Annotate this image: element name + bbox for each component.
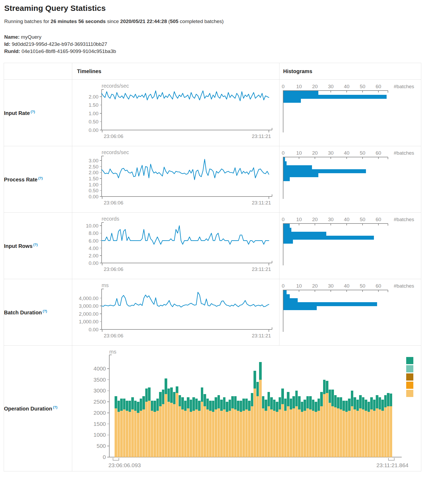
completed-batches-count: 505 [170,19,178,24]
table-row-input-rows: Input Rows(?) records0.002.004.006.008.0… [4,213,421,279]
svg-text:0.00: 0.00 [89,327,98,332]
input-rate-timeline-chart: records/sec0.000.501.001.502.0023:06:062… [72,80,279,146]
svg-text:4.00: 4.00 [89,246,98,251]
metric-label-text: Input Rate [4,110,30,116]
statistics-table: Timelines Histograms Input Rate(?) recor… [4,63,421,471]
svg-text:10: 10 [296,217,302,222]
header-empty-cell [4,63,72,80]
query-id-label: Id: [4,41,10,47]
svg-text:4000: 4000 [93,365,106,372]
summary-prefix: Running batches for [4,19,51,24]
table-row-batch-duration: Batch Duration(?) ms0.001,000.002,000.00… [4,279,421,346]
timeline-cell-batch-duration: ms0.001,000.002,000.003,000.004,000.0023… [72,279,279,346]
legend-swatch [406,357,413,364]
svg-text:10: 10 [296,150,302,156]
table-header-row: Timelines Histograms [4,63,421,80]
input-rate-histogram-chart: 0102030405060#batches [279,80,421,146]
svg-text:2.50: 2.50 [89,164,98,169]
svg-text:20: 20 [312,150,318,156]
metric-label-text: Operation Duration [4,405,52,411]
summary-mid: since [106,19,120,24]
histogram-cell-input-rows: 0102030405060#batches [279,213,421,279]
metric-label-input-rows: Input Rows(?) [4,213,72,279]
svg-text:50: 50 [360,150,365,156]
input-rows-timeline-chart: records0.002.004.006.008.0010.0023:06:06… [72,213,279,279]
svg-text:50: 50 [360,84,365,89]
svg-text:0: 0 [103,454,106,460]
query-runid-line: RunId: 04e101e6-8bf8-4165-9099-9104c951b… [4,48,448,55]
query-name-label: Name: [4,34,20,40]
streaming-query-statistics-page: Streaming Query Statistics Running batch… [0,4,448,471]
svg-text:0.00: 0.00 [89,127,98,133]
svg-text:20: 20 [312,283,318,289]
batch-duration-histogram-chart: 0102030405060#batches [279,279,421,345]
svg-text:1000: 1000 [93,432,106,438]
table-row-input-rate: Input Rate(?) records/sec0.000.501.001.5… [4,80,421,146]
help-link[interactable]: (?) [31,110,35,114]
legend-swatch [406,390,413,397]
svg-text:2000: 2000 [93,410,106,416]
svg-text:6.00: 6.00 [89,238,98,244]
timeline-cell-input-rows: records0.002.004.006.008.0010.0023:06:06… [72,213,279,279]
query-id-value: 9d0dd219-995d-423e-b97d-36931110bb27 [10,41,107,47]
svg-text:8.00: 8.00 [89,230,98,236]
histogram-cell-batch-duration: 0102030405060#batches [279,279,421,346]
svg-text:23:06:06.093: 23:06:06.093 [108,462,141,468]
svg-text:60: 60 [375,84,381,89]
table-row-operation-duration: Operation Duration(?) ms0500100015002000… [4,346,421,471]
svg-text:23:06:06: 23:06:06 [104,333,123,338]
summary-paren: ( [167,19,170,24]
svg-text:50: 50 [360,217,365,222]
svg-text:40: 40 [344,150,349,156]
metric-label-text: Input Rows [4,243,33,249]
query-runid-label: RunId: [4,48,20,54]
svg-text:1.00: 1.00 [89,111,98,116]
svg-text:2,000.00: 2,000.00 [79,311,98,317]
svg-text:1,000.00: 1,000.00 [79,319,98,324]
svg-text:10: 10 [296,84,302,89]
svg-text:60: 60 [375,217,381,222]
svg-text:30: 30 [328,150,333,156]
svg-text:2.00: 2.00 [89,94,98,100]
svg-text:23:11:21.864: 23:11:21.864 [376,462,408,468]
table-row-process-rate: Process Rate(?) records/sec0.000.501.001… [4,146,421,213]
summary-suffix: completed batches) [178,19,224,24]
histogram-cell-process-rate: 0102030405060#batches [279,146,421,213]
svg-text:1500: 1500 [93,421,106,427]
help-link[interactable]: (?) [33,243,38,247]
running-summary: Running batches for 26 minutes 56 second… [4,19,448,24]
svg-text:23:06:06: 23:06:06 [104,133,123,139]
svg-text:3,000.00: 3,000.00 [79,303,98,309]
batch-duration-timeline-chart: ms0.001,000.002,000.003,000.004,000.0023… [72,279,279,345]
histogram-cell-input-rate: 0102030405060#batches [279,80,421,146]
svg-text:30: 30 [328,283,333,289]
input-rows-histogram-chart: 0102030405060#batches [279,213,421,279]
timeline-cell-input-rate: records/sec0.000.501.001.502.0023:06:062… [72,80,279,146]
running-duration: 26 minutes 56 seconds [51,19,106,24]
query-meta: Name: myQuery Id: 9d0dd219-995d-423e-b97… [4,33,448,55]
metric-label-input-rate: Input Rate(?) [4,80,72,146]
svg-text:ms: ms [102,282,109,288]
help-link[interactable]: (?) [43,309,47,313]
svg-text:2.00: 2.00 [89,253,98,258]
svg-text:10: 10 [296,283,302,289]
svg-text:#batches: #batches [394,84,414,89]
page-title: Streaming Query Statistics [4,4,448,13]
svg-text:0: 0 [282,217,285,222]
svg-text:10.00: 10.00 [86,223,98,229]
svg-text:0.50: 0.50 [89,119,98,124]
svg-text:30: 30 [328,217,333,222]
legend-swatch [406,382,413,389]
process-rate-histogram-chart: 0102030405060#batches [279,146,421,212]
svg-text:0: 0 [282,283,285,289]
svg-text:0: 0 [282,150,285,156]
process-rate-timeline-chart: records/sec0.000.501.001.502.002.503.002… [72,146,279,212]
svg-text:0.50: 0.50 [89,188,98,193]
svg-text:20: 20 [312,84,318,89]
timeline-cell-process-rate: records/sec0.000.501.001.502.002.503.002… [72,146,279,213]
help-link[interactable]: (?) [53,405,57,409]
help-link[interactable]: (?) [38,176,43,180]
header-histograms-label: Histograms [279,68,421,74]
svg-text:23:06:06: 23:06:06 [104,266,123,272]
svg-text:2500: 2500 [93,399,106,405]
